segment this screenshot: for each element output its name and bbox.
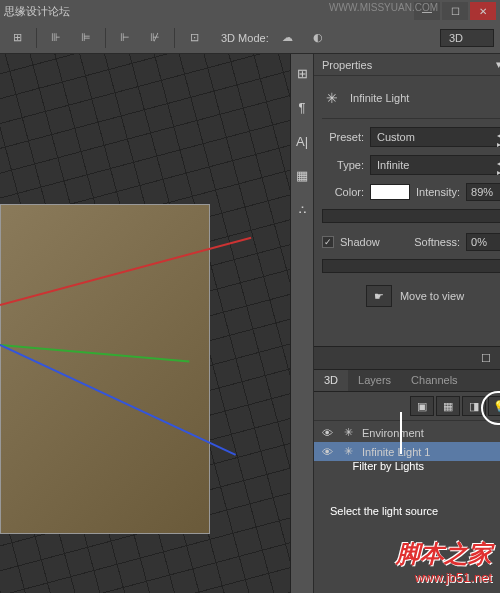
watermark-cn: 脚本之家: [396, 538, 492, 570]
title-cn: 思缘设计论坛: [4, 4, 70, 19]
render-icon[interactable]: ☐: [481, 352, 491, 365]
panel-footer-icons: ☐ 🗑: [314, 346, 500, 370]
filter-mesh-icon[interactable]: ▦: [436, 396, 460, 416]
tool-icon[interactable]: ⊞: [6, 27, 28, 49]
watermark-url: WWW.MISSYUAN.COM: [329, 2, 438, 13]
color-swatch[interactable]: [370, 184, 410, 200]
vtool-paragraph-icon[interactable]: ¶: [291, 96, 313, 118]
workspace-select[interactable]: 3D: [440, 29, 494, 47]
filter-lights-icon[interactable]: 💡: [488, 396, 500, 416]
dist-icon[interactable]: ⊩: [114, 27, 136, 49]
vtool-swatches-icon[interactable]: ▦: [291, 164, 313, 186]
properties-panel-header: Properties ▾≡: [314, 54, 500, 76]
layer-label: Infinite Light 1: [362, 446, 431, 458]
align2-icon[interactable]: ⊫: [75, 27, 97, 49]
align-icon[interactable]: ⊪: [45, 27, 67, 49]
dist2-icon[interactable]: ⊮: [144, 27, 166, 49]
vtool-adjust-icon[interactable]: ⛬: [291, 198, 313, 220]
light-icon: ✳: [322, 88, 342, 108]
watermark-url-bottom: www.jb51.net: [396, 570, 492, 585]
close-button[interactable]: ✕: [470, 2, 496, 20]
watermark: 脚本之家 www.jb51.net: [396, 538, 492, 585]
3d-viewport[interactable]: [0, 54, 290, 593]
tabs-menu-icon[interactable]: ▾≡: [496, 370, 500, 391]
tab-layers[interactable]: Layers: [348, 370, 401, 391]
orbit-icon[interactable]: ☁: [277, 27, 299, 49]
options-bar: ⊞ ⊪ ⊫ ⊩ ⊮ ⊡ 3D Mode: ☁ ◐ 3D: [0, 22, 500, 54]
type-select[interactable]: Infinite: [370, 155, 500, 175]
visibility-icon[interactable]: 👁: [320, 446, 334, 458]
maximize-button[interactable]: ☐: [442, 2, 468, 20]
intensity-slider[interactable]: [322, 209, 500, 223]
softness-label: Softness:: [414, 236, 460, 248]
vertical-tool-strip: ⊞ ¶ A| ▦ ⛬: [291, 54, 314, 593]
window-titlebar: 思缘设计论坛 WWW.MISSYUAN.COM — ☐ ✕: [0, 0, 500, 22]
filter-scene-icon[interactable]: ▣: [410, 396, 434, 416]
vtool-1[interactable]: ⊞: [291, 62, 313, 84]
mode-label: 3D Mode:: [221, 32, 269, 44]
preset-select[interactable]: Custom: [370, 127, 500, 147]
vtool-text-icon[interactable]: A|: [291, 130, 313, 152]
shadow-checkbox[interactable]: ✓: [322, 236, 334, 248]
annotation-select: Select the light source: [330, 505, 438, 517]
light-title: Infinite Light: [350, 92, 409, 104]
color-label: Color:: [322, 186, 364, 198]
panel-menu-icon[interactable]: ▾≡: [496, 58, 500, 71]
tab-3d[interactable]: 3D: [314, 370, 348, 391]
env-icon: ✳: [340, 426, 356, 439]
intensity-input[interactable]: 89%: [466, 183, 500, 201]
opt-icon[interactable]: ⊡: [183, 27, 205, 49]
move-to-view-label: Move to view: [400, 290, 464, 302]
light-row-icon: ✳: [340, 445, 356, 458]
bottom-tabs: 3D Layers Channels ▾≡: [314, 370, 500, 392]
tab-channels[interactable]: Channels: [401, 370, 467, 391]
cam-icon[interactable]: ◐: [307, 27, 329, 49]
type-label: Type:: [322, 159, 364, 171]
scene-content: [0, 204, 210, 534]
visibility-icon[interactable]: 👁: [320, 427, 334, 439]
layer-infinite-light[interactable]: 👁 ✳ Infinite Light 1: [314, 442, 500, 461]
softness-input[interactable]: 0%: [466, 233, 500, 251]
properties-title: Properties: [322, 59, 372, 71]
intensity-label: Intensity:: [416, 186, 460, 198]
softness-slider[interactable]: [322, 259, 500, 273]
layer-environment[interactable]: 👁 ✳ Environment: [314, 423, 500, 442]
annotation-filter: Filter by Lights: [352, 460, 424, 472]
move-to-view-icon[interactable]: ☛: [366, 285, 392, 307]
filter-material-icon[interactable]: ◨: [462, 396, 486, 416]
layer-label: Environment: [362, 427, 424, 439]
shadow-label: Shadow: [340, 236, 380, 248]
preset-label: Preset:: [322, 131, 364, 143]
